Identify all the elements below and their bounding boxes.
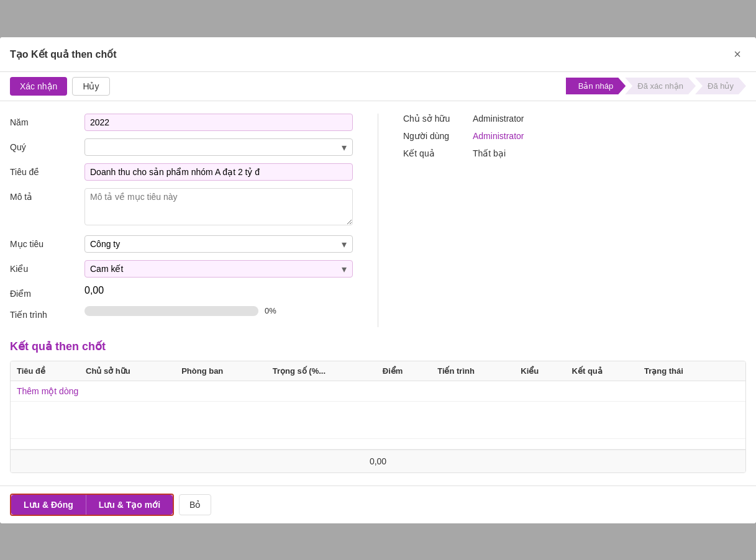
- status-steps: Bản nháp Đã xác nhận Đã hủy: [567, 78, 746, 94]
- kieu-control: Cam kết: [84, 260, 353, 278]
- muc-tieu-row: Mục tiêu Công ty: [10, 235, 353, 253]
- mo-ta-label: Mô tả: [10, 188, 84, 202]
- toolbar-left: Xác nhận Hủy: [10, 77, 110, 96]
- nguoi-dung-row: Người dùng Administrator: [403, 131, 746, 141]
- modal-overlay: Tạo Kết quả then chốt × Xác nhận Hủy Bản…: [0, 0, 756, 560]
- kieu-label: Kiểu: [10, 260, 84, 274]
- tien-trinh-control: 0%: [84, 306, 353, 316]
- nam-input[interactable]: [84, 114, 353, 131]
- muc-tieu-control: Công ty: [84, 235, 353, 253]
- toolbar: Xác nhận Hủy Bản nháp Đã xác nhận Đã hủy: [0, 72, 756, 101]
- section-title: Kết quả then chốt: [10, 340, 746, 353]
- col-diem: Điểm: [376, 361, 431, 381]
- nguoi-dung-label: Người dùng: [403, 131, 465, 141]
- tieu-de-input[interactable]: [84, 163, 353, 181]
- col-tien-trinh: Tiến trình: [431, 361, 514, 381]
- form-left: Năm Quý: [10, 114, 353, 327]
- muc-tieu-label: Mục tiêu: [10, 235, 84, 249]
- kieu-row: Kiểu Cam kết: [10, 260, 353, 278]
- table-head: Tiêu đề Chủ sở hữu Phòng ban Trọng số (%…: [11, 361, 745, 381]
- progress-bar-bg: [84, 306, 258, 316]
- data-table: Tiêu đề Chủ sở hữu Phòng ban Trọng số (%…: [11, 361, 745, 449]
- footer-border-box: Lưu & Đóng Lưu & Tạo mới: [10, 494, 174, 516]
- table-body: Thêm một dòng: [11, 381, 745, 449]
- diem-control: 0,00: [84, 285, 353, 296]
- modal-body: Năm Quý: [0, 101, 756, 485]
- table-container: Tiêu đề Chủ sở hữu Phòng ban Trọng số (%…: [10, 361, 746, 473]
- total-value: 0,00: [370, 456, 386, 466]
- save-new-button[interactable]: Lưu & Tạo mới: [86, 495, 173, 515]
- tien-trinh-label: Tiến trình: [10, 306, 84, 320]
- step-ban-nhap: Bản nháp: [566, 78, 626, 94]
- step-da-huy: Đã hủy: [695, 78, 746, 94]
- diem-value: 0,00: [84, 285, 104, 296]
- chu-so-huu-label: Chủ sở hữu: [403, 114, 465, 124]
- mo-ta-control: [84, 188, 353, 228]
- cancel-button[interactable]: Hủy: [72, 77, 109, 96]
- nguoi-dung-value[interactable]: Administrator: [473, 131, 524, 141]
- col-ket-qua: Kết quả: [566, 361, 638, 381]
- empty-row-2: [11, 438, 745, 449]
- modal: Tạo Kết quả then chốt × Xác nhận Hủy Bản…: [0, 37, 756, 523]
- ket-qua-section: Kết quả then chốt Tiêu đề Chủ sở hữu Phò…: [10, 340, 746, 473]
- modal-header: Tạo Kết quả then chốt ×: [0, 37, 756, 72]
- step-da-xac-nhan: Đã xác nhận: [625, 78, 696, 94]
- nam-control: [84, 114, 353, 131]
- ket-qua-right-label: Kết quả: [403, 148, 465, 158]
- chu-so-huu-row: Chủ sở hữu Administrator: [403, 114, 746, 124]
- form-right: Chủ sở hữu Administrator Người dùng Admi…: [403, 114, 746, 327]
- add-row-cell: Thêm một dòng: [11, 381, 745, 401]
- add-row: Thêm một dòng: [11, 381, 745, 401]
- col-kieu: Kiểu: [514, 361, 565, 381]
- col-phong-ban: Phòng ban: [175, 361, 266, 381]
- confirm-button[interactable]: Xác nhận: [10, 77, 67, 96]
- col-trang-thai: Trạng thái: [638, 361, 724, 381]
- col-chu-so-huu: Chủ sở hữu: [80, 361, 175, 381]
- quy-control: [84, 138, 353, 156]
- modal-title: Tạo Kết quả then chốt: [10, 48, 117, 60]
- progress-text: 0%: [265, 306, 276, 315]
- modal-footer: Lưu & Đóng Lưu & Tạo mới Bỏ: [0, 485, 756, 523]
- ket-qua-right-value: Thất bại: [473, 148, 506, 158]
- col-tieu-de: Tiêu đề: [11, 361, 80, 381]
- diem-row: Điểm 0,00: [10, 285, 353, 299]
- table-header-row: Tiêu đề Chủ sở hữu Phòng ban Trọng số (%…: [11, 361, 745, 381]
- muc-tieu-select[interactable]: Công ty: [84, 235, 353, 253]
- col-actions: [724, 361, 745, 381]
- quy-row: Quý: [10, 138, 353, 156]
- vertical-divider: [378, 114, 378, 327]
- diem-label: Điểm: [10, 285, 84, 299]
- mo-ta-row: Mô tả: [10, 188, 353, 228]
- table-footer: 0,00: [11, 449, 745, 472]
- mo-ta-input[interactable]: [84, 188, 353, 225]
- discard-button[interactable]: Bỏ: [179, 494, 211, 515]
- form-section: Năm Quý: [10, 114, 746, 327]
- progress-row: 0%: [84, 306, 353, 316]
- tieu-de-control: [84, 163, 353, 181]
- close-button[interactable]: ×: [729, 45, 746, 64]
- tieu-de-label: Tiêu đề: [10, 163, 84, 177]
- empty-row-1: [11, 401, 745, 438]
- chu-so-huu-value: Administrator: [473, 114, 524, 124]
- quy-label: Quý: [10, 138, 84, 152]
- add-row-link[interactable]: Thêm một dòng: [17, 386, 78, 396]
- tien-trinh-row: Tiến trình 0%: [10, 306, 353, 320]
- ket-qua-row: Kết quả Thất bại: [403, 148, 746, 158]
- quy-select[interactable]: [84, 138, 353, 156]
- nam-label: Năm: [10, 114, 84, 127]
- save-close-button[interactable]: Lưu & Đóng: [11, 495, 86, 515]
- col-trong-so: Trọng số (%...: [266, 361, 376, 381]
- tieu-de-row: Tiêu đề: [10, 163, 353, 181]
- kieu-select[interactable]: Cam kết: [84, 260, 353, 278]
- nam-row: Năm: [10, 114, 353, 131]
